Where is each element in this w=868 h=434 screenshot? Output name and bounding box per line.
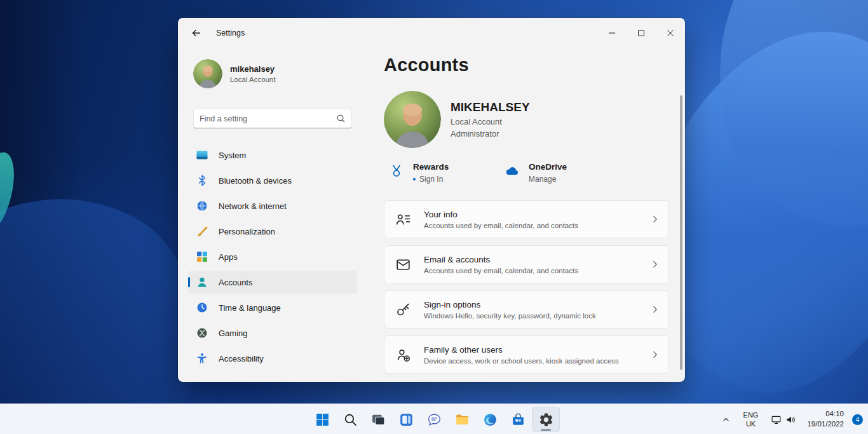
sidebar-item-gaming[interactable]: Gaming xyxy=(188,322,357,344)
card-subtitle: Windows Hello, security key, password, d… xyxy=(424,312,638,320)
onedrive-title: OneDrive xyxy=(529,162,567,172)
chevron-right-icon xyxy=(651,305,660,314)
main-content: Accounts xyxy=(369,48,685,382)
sign-in-key-icon xyxy=(395,302,411,318)
chevron-right-icon xyxy=(651,260,660,269)
card-title: Your info xyxy=(424,210,638,219)
arrow-left-icon xyxy=(191,28,201,38)
user-avatar xyxy=(193,59,222,88)
sidebar-item-time-language[interactable]: Time & language xyxy=(188,296,357,319)
taskbar-settings-button[interactable] xyxy=(532,407,560,432)
taskbar-start-button[interactable] xyxy=(308,407,336,432)
widgets-icon xyxy=(398,412,414,428)
card-text: Your info Accounts used by email, calend… xyxy=(424,210,638,229)
onedrive-link[interactable]: OneDrive Manage xyxy=(505,162,587,184)
sidebar-item-system[interactable]: System xyxy=(188,144,357,166)
taskbar-search-button[interactable] xyxy=(336,407,364,432)
card-title: Sign-in options xyxy=(424,300,638,309)
rewards-link[interactable]: Rewards Sign In xyxy=(389,162,471,184)
selected-accent-bar xyxy=(188,277,190,287)
sidebar-item-label: Time & language xyxy=(219,303,281,313)
card-your-info[interactable]: Your info Accounts used by email, calend… xyxy=(384,200,669,238)
rewards-medal-icon xyxy=(389,163,404,179)
time-language-clock-icon xyxy=(196,301,208,314)
sidebar: mikehalsey Local Account System xyxy=(178,48,369,382)
rewards-action[interactable]: Sign In xyxy=(419,175,443,184)
tray-status-icons[interactable] xyxy=(767,411,800,428)
taskbar-chat-button[interactable] xyxy=(420,407,448,432)
accounts-person-icon xyxy=(196,276,208,288)
language-code: ENG xyxy=(743,410,759,419)
sidebar-user-type: Local Account xyxy=(230,76,276,83)
search-icon xyxy=(342,412,358,428)
store-bag-icon xyxy=(510,412,526,428)
search-input[interactable] xyxy=(200,114,336,123)
sidebar-item-label: Network & internet xyxy=(219,201,287,211)
network-globe-icon xyxy=(196,200,208,212)
card-title: Email & accounts xyxy=(424,255,638,264)
language-indicator[interactable]: ENG UK xyxy=(739,409,763,431)
chevron-right-icon xyxy=(651,215,660,224)
accessibility-person-icon xyxy=(196,352,208,365)
bluetooth-icon xyxy=(196,174,208,187)
minimize-icon xyxy=(608,29,616,37)
page-title: Accounts xyxy=(384,55,669,76)
card-subtitle: Accounts used by email, calendar, and co… xyxy=(424,267,638,275)
quick-links: Rewards Sign In OneDrive Manage xyxy=(384,162,669,184)
maximize-button[interactable] xyxy=(627,18,656,48)
card-sign-in-options[interactable]: Sign-in options Windows Hello, security … xyxy=(384,290,669,329)
minimize-button[interactable] xyxy=(597,18,627,48)
profile-name: MIKEHALSEY xyxy=(451,100,530,114)
task-view-icon xyxy=(370,412,386,428)
gaming-xbox-icon xyxy=(196,327,208,339)
sidebar-item-label: Bluetooth & devices xyxy=(219,176,292,186)
taskbar-center xyxy=(308,404,560,434)
sidebar-item-network-internet[interactable]: Network & internet xyxy=(188,194,357,217)
card-title: Family & other users xyxy=(424,345,638,355)
notification-badge[interactable]: 4 xyxy=(852,414,863,425)
taskbar-store-button[interactable] xyxy=(504,407,532,432)
sidebar-item-label: Personalization xyxy=(219,227,275,236)
sidebar-item-label: Gaming xyxy=(219,329,248,338)
back-button[interactable] xyxy=(187,24,206,43)
email-envelope-icon xyxy=(395,257,411,273)
sidebar-user[interactable]: mikehalsey Local Account xyxy=(188,57,357,90)
chevron-up-icon xyxy=(722,416,730,424)
search-icon xyxy=(336,114,346,123)
sidebar-item-label: System xyxy=(219,151,246,160)
onedrive-action[interactable]: Manage xyxy=(529,175,556,184)
window-body: mikehalsey Local Account System xyxy=(178,48,685,382)
rewards-text: Rewards Sign In xyxy=(413,162,449,184)
sign-in-dot-icon xyxy=(413,178,416,180)
clock[interactable]: 04:10 19/01/2022 xyxy=(804,407,846,431)
language-region: UK xyxy=(743,419,759,428)
sidebar-item-accounts[interactable]: Accounts xyxy=(188,271,357,294)
card-email-accounts[interactable]: Email & accounts Accounts used by email,… xyxy=(384,245,669,283)
taskbar-file-explorer-button[interactable] xyxy=(448,407,476,432)
settings-cards: Your info Accounts used by email, calend… xyxy=(384,200,669,374)
chevron-right-icon xyxy=(651,350,660,359)
rewards-title: Rewards xyxy=(413,162,449,172)
family-users-icon xyxy=(395,347,411,363)
search-box[interactable] xyxy=(193,109,352,128)
sidebar-item-apps[interactable]: Apps xyxy=(188,245,357,268)
profile-avatar xyxy=(384,91,441,148)
taskbar: ENG UK 04:10 19/01/2022 4 xyxy=(0,403,868,434)
card-family-other-users[interactable]: Family & other users Device access, work… xyxy=(384,336,669,374)
taskbar-edge-button[interactable] xyxy=(476,407,504,432)
windows-logo-icon xyxy=(315,412,330,428)
scrollbar[interactable] xyxy=(680,95,682,370)
network-icon xyxy=(771,414,782,425)
taskbar-task-view-button[interactable] xyxy=(364,407,392,432)
edge-browser-icon xyxy=(482,412,498,428)
sidebar-item-accessibility[interactable]: Accessibility xyxy=(188,347,357,370)
card-text: Family & other users Device access, work… xyxy=(424,345,638,365)
clock-time: 04:10 xyxy=(807,409,844,419)
sidebar-user-text: mikehalsey Local Account xyxy=(230,64,276,83)
close-button[interactable] xyxy=(656,18,685,48)
tray-overflow-button[interactable] xyxy=(718,409,735,430)
taskbar-widgets-button[interactable] xyxy=(392,407,420,432)
sidebar-item-bluetooth-devices[interactable]: Bluetooth & devices xyxy=(188,169,357,192)
sidebar-item-label: Apps xyxy=(219,252,238,262)
sidebar-item-personalization[interactable]: Personalization xyxy=(188,220,357,243)
